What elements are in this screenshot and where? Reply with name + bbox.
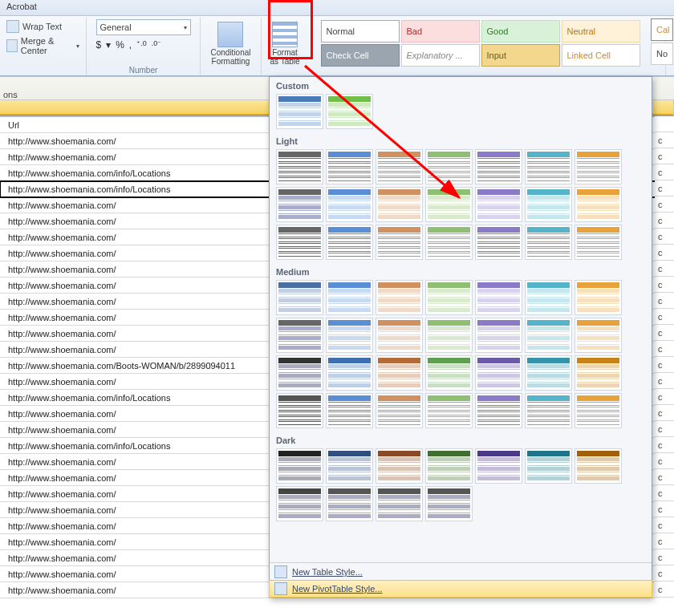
comma-button[interactable]: ,	[129, 39, 132, 51]
table-style-thumb[interactable]	[376, 318, 423, 353]
table-style-thumb[interactable]	[276, 94, 323, 129]
table-style-thumb[interactable]	[575, 280, 622, 315]
table-style-thumb[interactable]	[376, 187, 423, 222]
table-style-thumb[interactable]	[425, 355, 473, 391]
table-style-thumb[interactable]	[276, 280, 323, 315]
style-calculation[interactable]: Cal	[651, 18, 673, 41]
style-explanatory[interactable]: Explanatory ...	[401, 44, 480, 67]
table-style-thumb[interactable]	[575, 225, 622, 260]
style-note[interactable]: No	[651, 43, 673, 65]
table-style-thumb[interactable]	[376, 448, 423, 484]
gallery-section-grid	[273, 447, 650, 526]
style-neutral[interactable]: Neutral	[562, 20, 640, 43]
table-style-thumb[interactable]	[276, 225, 323, 260]
table-style-thumb[interactable]	[326, 149, 373, 184]
table-style-thumb[interactable]	[525, 448, 572, 484]
currency-button[interactable]: $	[96, 39, 102, 51]
table-style-thumb[interactable]	[425, 149, 473, 184]
table-style-thumb[interactable]	[425, 448, 473, 484]
table-style-thumb[interactable]	[525, 355, 572, 391]
peek-cell: c	[655, 549, 674, 565]
table-style-thumb[interactable]	[276, 149, 323, 184]
increase-decimal-button[interactable]: ⁺.0	[136, 39, 147, 51]
table-style-thumb[interactable]	[475, 187, 522, 222]
peek-cell: c	[655, 148, 674, 164]
cell-styles-gallery[interactable]: Normal Bad Good Neutral Check Cell Expla…	[320, 19, 654, 67]
table-style-thumb[interactable]	[326, 280, 373, 315]
table-style-thumb[interactable]	[525, 318, 572, 353]
table-style-thumb[interactable]	[575, 187, 622, 222]
decrease-decimal-button[interactable]: .0⁻	[152, 39, 162, 51]
table-style-thumb[interactable]	[425, 393, 473, 428]
table-style-thumb[interactable]	[575, 448, 622, 484]
gallery-section-grid	[273, 278, 650, 433]
peek-cell: c	[655, 180, 674, 197]
table-style-thumb[interactable]	[425, 225, 473, 260]
new-table-style-button[interactable]: New Table Style...	[270, 563, 652, 581]
table-style-thumb[interactable]	[475, 280, 522, 315]
conditional-formatting-label: Conditional Formatting	[210, 48, 250, 66]
table-style-thumb[interactable]	[376, 355, 423, 391]
gallery-scroll[interactable]: CustomLightMediumDark	[270, 77, 652, 562]
peek-cell: c	[655, 164, 674, 180]
table-style-thumb[interactable]	[525, 280, 572, 315]
conditional-formatting-button[interactable]: Conditional Formatting	[206, 19, 254, 68]
table-style-thumb[interactable]	[376, 486, 423, 521]
table-style-thumb[interactable]	[525, 187, 572, 222]
style-good[interactable]: Good	[481, 20, 560, 43]
table-style-thumb[interactable]	[475, 149, 522, 184]
gallery-section-title: Dark	[273, 433, 650, 447]
table-style-thumb[interactable]	[475, 355, 522, 391]
table-style-thumb[interactable]	[376, 149, 423, 184]
table-style-thumb[interactable]	[276, 318, 323, 353]
table-style-thumb[interactable]	[326, 318, 373, 353]
table-style-thumb[interactable]	[326, 486, 373, 521]
table-style-thumb[interactable]	[425, 318, 473, 353]
style-normal[interactable]: Normal	[321, 20, 400, 43]
table-style-thumb[interactable]	[276, 187, 323, 222]
merge-center-button[interactable]: Merge & Center▾	[5, 35, 81, 56]
table-style-thumb[interactable]	[525, 149, 572, 184]
table-style-thumb[interactable]	[525, 393, 572, 428]
pivot-icon	[274, 582, 287, 595]
table-style-thumb[interactable]	[575, 355, 622, 391]
table-style-thumb[interactable]	[326, 355, 373, 391]
table-style-thumb[interactable]	[475, 318, 522, 353]
table-style-thumb[interactable]	[276, 393, 323, 428]
table-style-thumb[interactable]	[475, 448, 522, 484]
peek-cell: c	[655, 357, 674, 373]
table-style-thumb[interactable]	[575, 149, 622, 184]
table-style-thumb[interactable]	[326, 94, 373, 129]
table-style-thumb[interactable]	[326, 225, 373, 260]
format-as-table-button[interactable]: Format as Table	[266, 19, 303, 68]
table-style-thumb[interactable]	[326, 187, 373, 222]
table-style-thumb[interactable]	[475, 393, 522, 428]
gallery-section-grid	[273, 92, 650, 134]
table-style-thumb[interactable]	[425, 280, 473, 315]
percent-button[interactable]: %	[116, 39, 124, 51]
table-style-thumb[interactable]	[376, 280, 423, 315]
peek-cell: c	[655, 277, 674, 293]
table-style-thumb[interactable]	[326, 393, 373, 428]
table-style-thumb[interactable]	[475, 225, 522, 260]
table-style-thumb[interactable]	[276, 486, 323, 521]
style-input[interactable]: Input	[481, 44, 560, 67]
table-style-thumb[interactable]	[425, 187, 473, 222]
table-style-thumb[interactable]	[276, 448, 323, 484]
new-pivottable-style-button[interactable]: New PivotTable Style...	[269, 580, 652, 598]
number-format-combo[interactable]: General▾	[96, 19, 191, 35]
table-style-thumb[interactable]	[575, 318, 622, 353]
table-style-thumb[interactable]	[376, 225, 423, 260]
style-check-cell[interactable]: Check Cell	[321, 44, 400, 67]
style-bad[interactable]: Bad	[401, 20, 480, 43]
table-style-thumb[interactable]	[276, 355, 323, 391]
style-linked-cell[interactable]: Linked Cell	[562, 44, 640, 67]
table-style-thumb[interactable]	[525, 225, 572, 260]
peek-cell: c	[655, 421, 674, 437]
table-style-thumb[interactable]	[575, 393, 622, 428]
table-style-thumb[interactable]	[425, 486, 473, 521]
table-style-thumb[interactable]	[326, 448, 373, 484]
table-style-thumb[interactable]	[376, 393, 423, 428]
wrap-text-button[interactable]: Wrap Text	[5, 19, 81, 34]
peek-cell: c	[655, 293, 674, 309]
